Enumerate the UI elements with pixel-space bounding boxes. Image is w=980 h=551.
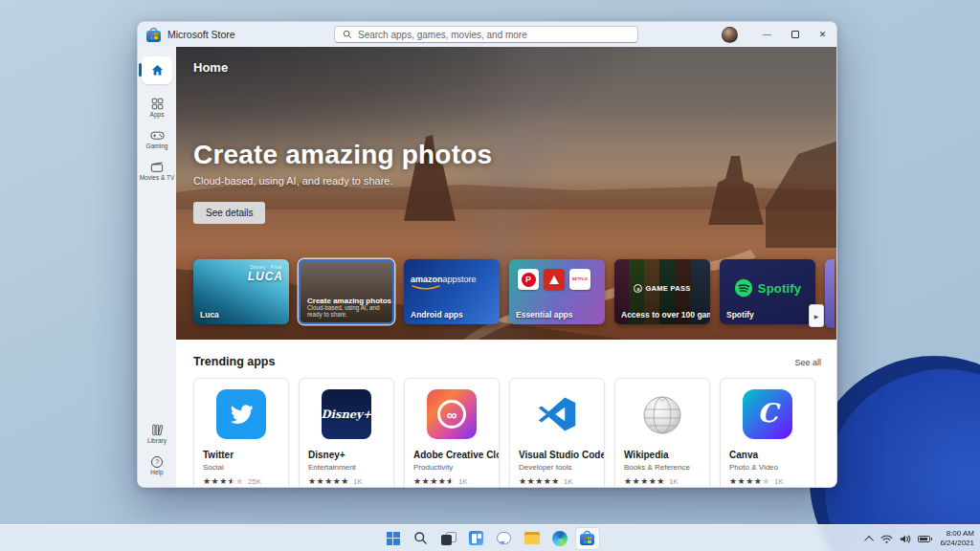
widgets-icon	[469, 531, 483, 545]
task-view-button[interactable]	[436, 527, 461, 550]
carousel-card-create-amazing-photos[interactable]: Create amazing photos Cloud-based, using…	[299, 259, 394, 324]
desktop: Microsoft Store — ✕	[0, 0, 980, 551]
sidebar-item-apps[interactable]: Apps	[138, 92, 176, 123]
sidebar-label: Gaming	[146, 143, 168, 149]
carousel-card-luca[interactable]: Disney · Pixar LUCA Luca	[193, 259, 289, 324]
store-taskbar-button[interactable]	[575, 527, 600, 550]
battery-icon[interactable]	[918, 536, 930, 542]
spotify-icon	[734, 278, 753, 298]
see-details-button[interactable]: See details	[193, 202, 265, 224]
help-icon: ?	[151, 456, 163, 468]
card-label: Access to over 100 games	[621, 310, 710, 320]
netflix-icon: NETFLIX	[569, 269, 590, 290]
app-category: Entertainment	[300, 460, 393, 472]
featured-carousel: Disney · Pixar LUCA Luca Create amazing …	[193, 259, 836, 328]
store-search-box[interactable]	[334, 26, 638, 43]
card-subtitle: Cloud-based, using AI, and ready to shar…	[307, 305, 389, 319]
app-name: Wikipedia	[615, 450, 709, 460]
minimize-button[interactable]: —	[753, 22, 781, 47]
amazon-appstore-logo: amazonappstore	[411, 275, 477, 284]
close-button[interactable]: ✕	[809, 22, 836, 47]
carousel-card-game-pass[interactable]: x GAME PASS Access to over 100 games	[614, 259, 710, 324]
app-card-visual-studio-code[interactable]: Visual Studio Code Developer tools ★★★★★…	[509, 378, 605, 488]
carousel-next-button[interactable]: ▶	[809, 304, 824, 327]
account-avatar[interactable]	[722, 27, 738, 43]
home-icon	[150, 63, 165, 77]
gamepad-icon	[150, 129, 165, 142]
acrobat-icon	[544, 269, 565, 290]
sidebar-item-library[interactable]: Library	[138, 418, 176, 450]
sidebar-item-gaming[interactable]: Gaming	[138, 123, 176, 155]
sidebar-label: Help	[150, 469, 163, 475]
edge-icon	[552, 531, 568, 546]
app-name: Canva	[721, 450, 814, 460]
sidebar-item-help[interactable]: ? Help	[138, 450, 176, 481]
app-card-canva[interactable]: C Canva Photo & Video ★★★★★1K	[720, 378, 815, 488]
tray-chevron-icon[interactable]	[865, 535, 875, 544]
start-button[interactable]	[381, 527, 406, 550]
card-label: Essential apps	[516, 310, 573, 320]
see-all-link[interactable]: See all	[794, 358, 821, 367]
app-category: Books & Reference	[615, 460, 709, 472]
app-card-adobe-creative-cloud[interactable]: ∞ Adobe Creative Cloud Productivity ★★★★…	[404, 378, 500, 488]
app-rating: ★★★★★★25K	[194, 472, 288, 486]
carousel-card-partial[interactable]	[825, 259, 835, 328]
search-input[interactable]	[358, 30, 630, 40]
tray-date: 6/24/2021	[940, 539, 974, 548]
wifi-icon[interactable]	[880, 534, 893, 544]
maximize-button[interactable]	[781, 22, 809, 47]
carousel-card-android-apps[interactable]: amazonappstore Android apps	[404, 259, 500, 324]
wikipedia-globe-icon	[637, 389, 687, 439]
sidebar-label: Apps	[150, 111, 165, 118]
disney-plus-icon: Disney+	[322, 389, 371, 439]
sidebar-item-movies-tv[interactable]: Movies & TV	[138, 155, 176, 187]
app-rating: ★★★★★1K	[300, 472, 393, 486]
sidebar-item-home[interactable]	[138, 54, 176, 86]
file-explorer-button[interactable]	[520, 527, 545, 550]
app-name: Visual Studio Code	[510, 450, 604, 460]
app-category: Productivity	[405, 460, 499, 472]
task-view-icon	[441, 532, 457, 545]
store-icon	[580, 531, 594, 545]
sidebar-label: Library	[147, 437, 167, 444]
search-icon	[343, 30, 352, 39]
luca-logo: LUCA	[248, 270, 283, 283]
search-icon	[413, 531, 428, 545]
app-card-twitter[interactable]: Twitter Social ★★★★★★25K	[193, 378, 289, 488]
app-card-disney-plus[interactable]: Disney+ Disney+ Entertainment ★★★★★1K	[299, 378, 394, 488]
app-category: Social	[194, 460, 288, 472]
page-title: Home	[193, 60, 787, 75]
visual-studio-code-icon	[532, 389, 582, 439]
taskbar-clock[interactable]: 8:00 AM 6/24/2021	[940, 529, 974, 549]
carousel-card-spotify[interactable]: Spotify Spotify	[720, 259, 815, 324]
card-label: Luca	[200, 310, 219, 320]
carousel-card-essential-apps[interactable]: P NETFLIX Essential apps	[509, 259, 605, 324]
app-category: Developer tools	[510, 460, 604, 472]
taskbar-search-button[interactable]	[409, 527, 434, 550]
pinterest-icon: P	[518, 269, 539, 290]
widgets-button[interactable]	[464, 527, 489, 550]
spotify-logo: Spotify	[720, 278, 815, 298]
canva-icon: C	[743, 389, 792, 439]
folder-icon	[524, 532, 540, 544]
app-card-wikipedia[interactable]: Wikipedia Books & Reference ★★★★★1K	[614, 378, 710, 488]
app-rating: ★★★★★1K	[615, 472, 709, 486]
chat-icon	[497, 532, 511, 544]
trending-heading: Trending apps	[193, 355, 275, 368]
store-app-icon	[146, 28, 161, 42]
window-title: Microsoft Store	[167, 29, 235, 40]
store-home-content: Home Create amazing photos Cloud-based, …	[176, 47, 836, 488]
edge-button[interactable]	[547, 527, 572, 550]
app-name: Disney+	[300, 450, 393, 460]
hero-headline: Create amazing photos	[193, 140, 787, 170]
tray-time: 8:00 AM	[940, 529, 974, 539]
card-label: Spotify	[726, 310, 754, 320]
app-rating: ★★★★★★1K	[405, 472, 499, 486]
title-bar: Microsoft Store — ✕	[138, 22, 836, 47]
volume-icon[interactable]	[900, 534, 911, 544]
app-name: Adobe Creative Cloud	[405, 450, 499, 460]
chat-button[interactable]	[492, 527, 517, 550]
xbox-icon: x	[634, 284, 642, 293]
twitter-icon	[216, 389, 266, 439]
taskbar: 8:00 AM 6/24/2021	[0, 524, 980, 551]
